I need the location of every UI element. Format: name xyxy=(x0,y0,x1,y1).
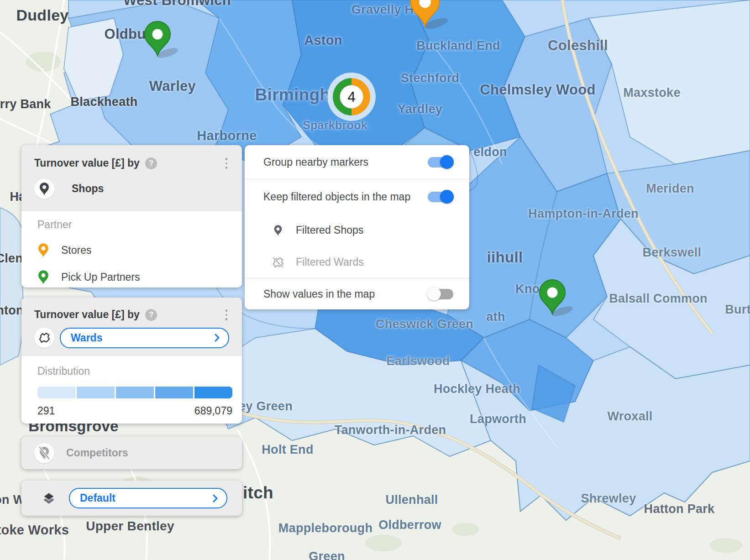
legend-item-pickup-partners[interactable]: Pick Up Partners xyxy=(37,270,229,285)
map-canvas[interactable]: DudleyWest BromwichOldburyWarleyBlackhea… xyxy=(0,0,750,560)
help-icon[interactable]: ? xyxy=(145,157,157,169)
pickup-pin-icon xyxy=(37,270,49,285)
partner-section-label: Partner xyxy=(37,219,229,231)
distribution-max: 689,079 xyxy=(194,405,232,417)
legend-label: Pick Up Partners xyxy=(61,271,140,283)
filtered-shops-pin-icon xyxy=(271,225,285,236)
distribution-segment xyxy=(155,387,193,398)
distribution-segment xyxy=(194,387,232,398)
legend-item-stores[interactable]: Stores xyxy=(37,243,229,258)
group-markers-toggle[interactable] xyxy=(428,157,453,167)
legend-label: Stores xyxy=(61,244,91,256)
cluster-count: 4 xyxy=(347,89,355,105)
filtered-wards-off-icon xyxy=(271,256,285,269)
panel-title: Turnover value [£] by xyxy=(34,157,140,169)
kebab-menu-icon[interactable] xyxy=(222,308,231,322)
panel-wards-body: Distribution 291 689,079 xyxy=(21,356,242,424)
setting-label: Filtered Shops xyxy=(296,224,363,236)
setting-label: Group nearby markers xyxy=(263,156,368,168)
panel-turnover-shops: Turnover value [£] by ? Shops Partner xyxy=(21,145,242,288)
cluster-marker[interactable]: 4 xyxy=(327,73,376,121)
wards-selected-label: Wards xyxy=(71,332,102,344)
layers-icon xyxy=(42,491,56,506)
distribution-label: Distribution xyxy=(37,365,229,377)
panel-turnover-wards: Turnover value [£] by ? Wards xyxy=(21,298,242,424)
store-pin-icon xyxy=(37,243,49,258)
show-values-toggle[interactable] xyxy=(428,289,453,299)
kebab-menu-icon[interactable] xyxy=(222,156,231,171)
layer-selected-label: Default xyxy=(80,492,115,504)
shops-selected-label[interactable]: Shops xyxy=(72,183,104,195)
competitors-label: Competitors xyxy=(66,447,128,459)
panel-wards-header: Turnover value [£] by ? Wards xyxy=(21,298,242,356)
layer-selector-button[interactable]: Default xyxy=(69,488,227,508)
help-icon[interactable]: ? xyxy=(145,309,157,321)
distribution-segment xyxy=(116,387,154,398)
keep-filtered-toggle[interactable] xyxy=(428,192,453,202)
chevron-right-icon xyxy=(213,494,218,502)
setting-row-group-markers: Group nearby markers xyxy=(245,145,469,179)
distribution-color-scale xyxy=(37,387,232,398)
panel-layer-selector: Default xyxy=(21,481,242,516)
competitors-pin-off-icon xyxy=(34,443,54,463)
setting-row-filtered-shops[interactable]: Filtered Shops xyxy=(245,214,469,246)
distribution-segment xyxy=(77,387,115,398)
distribution-min: 291 xyxy=(37,405,55,417)
shops-pin-icon xyxy=(34,179,54,199)
panel-title: Turnover value [£] by xyxy=(34,309,140,321)
ward-shape-icon xyxy=(34,328,54,348)
panel-competitors[interactable]: Competitors xyxy=(21,437,242,469)
panel-shops-header: Turnover value [£] by ? Shops xyxy=(21,145,242,211)
wards-selector-button[interactable]: Wards xyxy=(60,328,229,348)
setting-label: Show values in the map xyxy=(263,288,375,300)
panel-shops-body: Partner Stores Pick Up Partners xyxy=(21,211,242,288)
distribution-segment xyxy=(37,387,75,398)
chevron-right-icon xyxy=(215,334,220,342)
setting-label: Keep filtered objects in the map xyxy=(263,191,410,203)
setting-row-filtered-wards[interactable]: Filtered Wards xyxy=(245,246,469,278)
setting-row-show-values: Show values in the map xyxy=(245,278,469,309)
setting-label: Filtered Wards xyxy=(296,256,364,268)
setting-row-keep-filtered: Keep filtered objects in the map xyxy=(245,179,469,214)
panel-marker-settings: Group nearby markers Keep filtered objec… xyxy=(245,145,469,309)
